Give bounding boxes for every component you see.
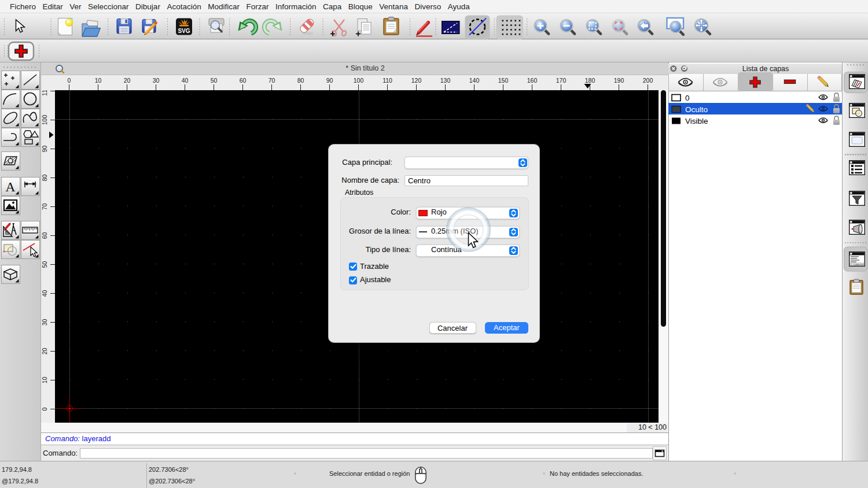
svg-text:10: 10 [95, 77, 102, 84]
svg-text:90: 90 [326, 77, 333, 84]
svg-text:100: 100 [41, 115, 48, 125]
svg-text:SVG: SVG [178, 28, 190, 34]
svg-text:70: 70 [269, 77, 275, 84]
svg-text:20: 20 [124, 77, 131, 84]
svg-text:150: 150 [498, 77, 509, 84]
svg-text:20: 20 [41, 348, 48, 355]
svg-text:Lista de capas: Lista de capas [742, 65, 789, 73]
svg-text:180: 180 [585, 77, 595, 84]
svg-text:160: 160 [527, 77, 538, 84]
svg-text:30: 30 [41, 319, 48, 326]
svg-text:Visible: Visible [685, 117, 708, 125]
svg-text:100: 100 [354, 77, 364, 84]
svg-text:0: 0 [685, 94, 690, 102]
svg-text:120: 120 [411, 77, 422, 84]
svg-text:80: 80 [297, 77, 304, 84]
svg-text:50: 50 [41, 261, 48, 268]
svg-text:70: 70 [41, 204, 48, 210]
svg-text:130: 130 [440, 77, 451, 84]
svg-text:200: 200 [643, 77, 653, 84]
svg-text:110: 110 [41, 90, 48, 96]
svg-text:170: 170 [556, 77, 567, 84]
svg-text:60: 60 [41, 232, 48, 239]
svg-text:110: 110 [382, 77, 392, 84]
svg-text:Oculto: Oculto [685, 105, 708, 114]
svg-text:40: 40 [182, 77, 189, 84]
svg-text:90: 90 [41, 146, 48, 153]
svg-text:60: 60 [240, 77, 247, 84]
svg-text:0: 0 [41, 407, 48, 411]
svg-text:190: 190 [614, 77, 624, 84]
svg-text:10: 10 [41, 377, 48, 384]
svg-text:<_command: <_command [851, 264, 864, 266]
svg-text:40: 40 [41, 290, 48, 297]
svg-text:140: 140 [469, 77, 480, 84]
svg-text:A: A [5, 179, 16, 194]
svg-text:30: 30 [153, 77, 160, 84]
svg-text:50: 50 [211, 77, 218, 84]
svg-text:80: 80 [41, 175, 48, 182]
svg-text:0: 0 [68, 77, 71, 84]
